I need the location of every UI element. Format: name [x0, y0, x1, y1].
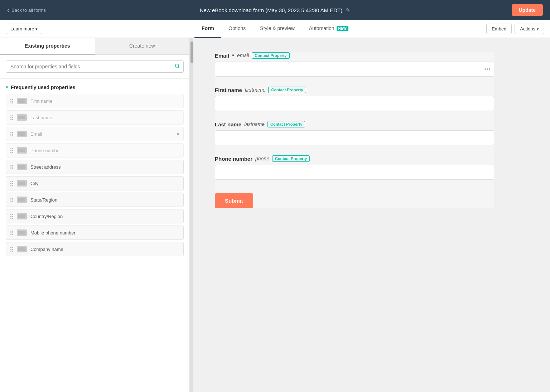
form-field-lastname: Last name lastname Contact Property — [215, 121, 494, 145]
drag-handle — [10, 181, 13, 186]
back-link[interactable]: Back to all forms — [7, 6, 46, 14]
scroll-track[interactable] — [190, 38, 193, 392]
nav-bar: Learn more Form Options Style & preview … — [0, 20, 550, 38]
firstname-input-preview[interactable] — [215, 96, 494, 111]
submit-button[interactable]: Submit — [215, 193, 253, 208]
top-header: Back to all forms New eBook download for… — [0, 0, 550, 20]
learn-more-button[interactable]: Learn more — [6, 24, 42, 34]
field-icon — [17, 114, 27, 121]
email-input-preview[interactable] — [215, 62, 494, 77]
list-item[interactable]: Street address — [6, 160, 184, 174]
field-icon — [17, 246, 27, 252]
tab-style[interactable]: Style & preview — [253, 20, 301, 38]
property-name: Company name — [30, 247, 179, 252]
drag-handle — [10, 247, 13, 252]
tab-form[interactable]: Form — [194, 20, 221, 38]
phone-contact-badge: Contact Property — [272, 155, 310, 162]
search-input[interactable] — [6, 61, 184, 73]
form-container: Email * email Contact Property First nam… — [215, 52, 494, 208]
form-field-phone: Phone number phone Contact Property — [215, 155, 494, 180]
nav-right: Embed Actions — [486, 24, 544, 34]
firstname-field-label: First name — [215, 87, 242, 93]
email-field-key: email — [237, 53, 249, 58]
field-icon — [17, 180, 27, 187]
actions-chevron — [537, 26, 539, 32]
panel-tab-create[interactable]: Create new — [95, 38, 190, 54]
property-name: Country/Region — [30, 214, 179, 219]
email-field-label: Email — [215, 53, 229, 59]
header-title: New eBook download form (May 30, 2023 5:… — [200, 7, 351, 13]
lastname-input-preview[interactable] — [215, 130, 494, 145]
form-title: New eBook download form (May 30, 2023 5:… — [200, 7, 343, 13]
panel-tab-create-label: Create new — [129, 43, 155, 49]
section-header[interactable]: ▾ Frequently used properties — [6, 79, 184, 94]
phone-input-preview[interactable] — [215, 165, 494, 180]
firstname-field-key: firstname — [245, 87, 266, 93]
drag-handle — [10, 148, 13, 153]
tab-style-label: Style & preview — [260, 25, 294, 31]
drag-handle — [10, 99, 13, 103]
lastname-field-key: lastname — [244, 121, 265, 127]
field-label-row-lastname: Last name lastname Contact Property — [215, 121, 494, 127]
list-item[interactable]: Last name — [6, 110, 184, 125]
form-field-firstname: First name firstname Contact Property — [215, 87, 494, 111]
field-icon — [17, 213, 27, 219]
property-name: Last name — [30, 115, 179, 120]
drag-handle — [10, 231, 13, 235]
drag-handle — [10, 115, 13, 120]
field-icon — [17, 229, 27, 236]
phone-field-label: Phone number — [215, 156, 252, 162]
learn-more-chevron — [35, 26, 38, 32]
list-item[interactable]: State/Region — [6, 193, 184, 207]
actions-label: Actions — [520, 26, 535, 32]
drag-handle — [10, 198, 13, 202]
list-item[interactable]: First name — [6, 94, 184, 108]
property-name: Mobile phone number — [30, 230, 179, 236]
scroll-thumb[interactable] — [190, 42, 193, 63]
lastname-contact-badge: Contact Property — [267, 121, 305, 127]
list-item[interactable]: City — [6, 176, 184, 190]
back-icon — [7, 6, 9, 14]
list-item[interactable]: Email — [6, 127, 184, 141]
field-icon — [17, 147, 27, 154]
actions-button[interactable]: Actions — [515, 24, 544, 34]
panel-tab-existing-label: Existing properties — [25, 43, 70, 49]
email-required-star: * — [232, 53, 234, 59]
list-item[interactable]: Phone number — [6, 143, 184, 158]
nav-left: Learn more — [6, 24, 42, 34]
section-chevron: ▾ — [6, 85, 8, 90]
update-button[interactable]: Update — [512, 4, 543, 16]
drag-handle — [10, 165, 13, 169]
field-icon — [17, 164, 27, 170]
panel-tab-existing[interactable]: Existing properties — [0, 38, 95, 54]
search-button[interactable] — [174, 63, 180, 70]
automation-new-badge: NEW — [337, 26, 348, 31]
field-icon — [17, 131, 27, 137]
list-item[interactable]: Company name — [6, 242, 184, 256]
email-contact-badge: Contact Property — [252, 52, 289, 59]
form-field-email: Email * email Contact Property — [215, 52, 494, 77]
left-panel: Existing properties Create new ▾ — [0, 38, 190, 392]
property-name: City — [30, 181, 179, 186]
tab-options[interactable]: Options — [221, 20, 253, 38]
field-label-row-firstname: First name firstname Contact Property — [215, 87, 494, 93]
field-label-row-email: Email * email Contact Property — [215, 52, 494, 59]
firstname-contact-badge: Contact Property — [268, 87, 306, 93]
list-item[interactable]: Mobile phone number — [6, 226, 184, 240]
drag-handle — [10, 132, 13, 136]
tab-form-label: Form — [202, 25, 214, 31]
field-label-row-phone: Phone number phone Contact Property — [215, 155, 494, 162]
form-preview: Email * email Contact Property First nam… — [193, 38, 550, 392]
embed-button[interactable]: Embed — [486, 24, 512, 34]
embed-label: Embed — [492, 26, 506, 32]
tab-automation[interactable]: Automation NEW — [302, 20, 356, 38]
property-name: Email — [30, 131, 173, 137]
property-name: Phone number — [30, 148, 179, 153]
edit-icon[interactable]: ✎ — [346, 7, 350, 13]
tab-options-label: Options — [228, 25, 246, 31]
field-icon — [17, 98, 27, 104]
main-layout: Existing properties Create new ▾ — [0, 38, 550, 392]
properties-list: ▾ Frequently used properties First name … — [0, 79, 189, 392]
section-label: Frequently used properties — [11, 84, 75, 90]
list-item[interactable]: Country/Region — [6, 209, 184, 223]
